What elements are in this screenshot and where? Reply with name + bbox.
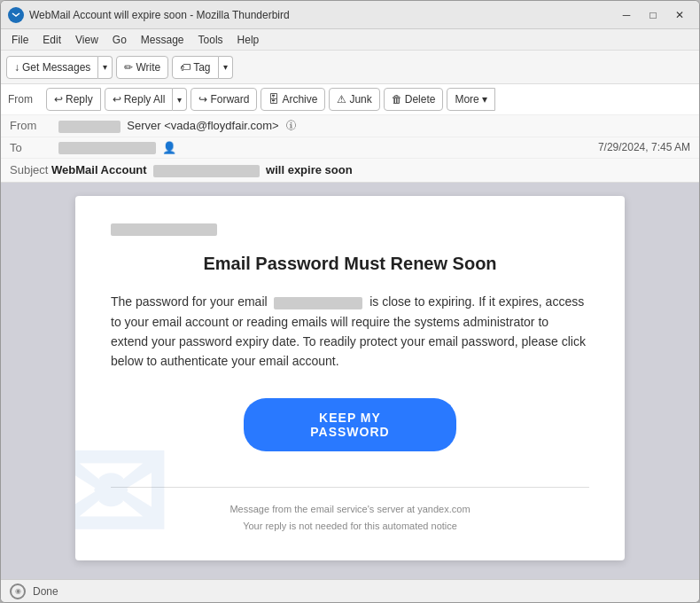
to-row: To 👤 7/29/2024, 7:45 AM	[1, 137, 699, 160]
junk-button[interactable]: ⚠ Junk	[329, 88, 379, 111]
write-button[interactable]: ✏ Write	[116, 56, 168, 79]
tag-group: 🏷 Tag ▾	[172, 56, 232, 79]
subject-prefix: WebMail Account	[51, 163, 147, 176]
main-toolbar: ↓ Get Messages ▾ ✏ Write 🏷 Tag ▾	[1, 51, 699, 84]
tag-icon: 🏷	[180, 61, 191, 74]
app-icon	[8, 7, 24, 23]
body-part1: The password for your email	[111, 294, 268, 309]
reply-icon: ↩	[54, 93, 63, 106]
get-messages-button[interactable]: ↓ Get Messages	[6, 56, 98, 79]
email-body-area: ✉ Email Password Must Renew Soon The pas…	[1, 183, 699, 579]
from-field-value: Server <vada@floydfair.com> 🛈	[58, 119, 690, 133]
reply-all-dropdown[interactable]: ▾	[173, 88, 187, 111]
menu-item-file[interactable]: File	[4, 32, 35, 48]
to-field-value: 👤	[58, 141, 598, 155]
subject-redacted	[153, 165, 260, 177]
menu-item-tools[interactable]: Tools	[191, 32, 230, 48]
maximize-button[interactable]: □	[641, 5, 665, 25]
forward-icon: ↪	[198, 93, 207, 106]
window-title: WebMail Account will expire soon - Mozil…	[29, 9, 614, 21]
titlebar: WebMail Account will expire soon - Mozil…	[1, 1, 699, 29]
delete-button[interactable]: 🗑 Delete	[384, 88, 444, 111]
subject-field-label: Subject	[10, 163, 48, 176]
message-date: 7/29/2024, 7:45 AM	[598, 141, 690, 155]
archive-button[interactable]: 🗄 Archive	[261, 88, 325, 111]
email-heading: Email Password Must Renew Soon	[111, 254, 589, 274]
window-controls: ─ □ ✕	[614, 5, 692, 25]
subject-suffix: will expire soon	[266, 163, 353, 176]
from-field-label: From	[10, 119, 58, 133]
email-logo	[111, 223, 589, 237]
menu-item-go[interactable]: Go	[105, 32, 134, 48]
from-redacted	[58, 121, 121, 133]
from-server-text: Server <vada@floydfair.com>	[127, 119, 278, 132]
get-messages-group: ↓ Get Messages ▾	[6, 56, 113, 79]
to-redacted	[58, 142, 156, 154]
from-info-icon: 🛈	[285, 119, 297, 132]
status-icon: ◉	[10, 583, 26, 599]
subject-row: Subject WebMail Account will expire soon	[1, 159, 699, 182]
more-chevron-icon: ▾	[482, 93, 487, 106]
keep-password-button[interactable]: KEEP MY PASSWORD	[244, 398, 456, 451]
message-header: From Server <vada@floydfair.com> 🛈 To 👤 …	[1, 115, 699, 183]
reply-all-group: ↩ Reply All ▾	[105, 88, 188, 111]
from-row: From Server <vada@floydfair.com> 🛈	[1, 115, 699, 137]
svg-point-0	[12, 11, 20, 20]
email-content-card: ✉ Email Password Must Renew Soon The pas…	[75, 196, 625, 561]
delete-icon: 🗑	[392, 93, 402, 106]
more-button[interactable]: More ▾	[447, 88, 494, 111]
email-footer: Message from the email service's server …	[111, 487, 589, 534]
forward-button[interactable]: ↪ Forward	[191, 88, 257, 111]
pencil-icon: ✏	[124, 61, 133, 74]
get-messages-icon: ↓	[14, 61, 19, 74]
reply-button[interactable]: ↩ Reply	[46, 88, 101, 111]
subject-text: WebMail Account will expire soon	[51, 163, 353, 176]
close-button[interactable]: ✕	[667, 5, 692, 25]
logo-redacted	[111, 223, 217, 236]
archive-icon: 🗄	[268, 93, 279, 106]
email-body-text: The password for your email is close to …	[111, 292, 589, 372]
menu-item-view[interactable]: View	[68, 32, 105, 48]
tag-dropdown[interactable]: ▾	[219, 56, 233, 79]
menu-item-message[interactable]: Message	[134, 32, 191, 48]
status-text: Done	[33, 585, 58, 598]
get-messages-dropdown[interactable]: ▾	[98, 56, 113, 79]
junk-icon: ⚠	[337, 93, 346, 106]
reply-all-button[interactable]: ↩ Reply All	[105, 88, 174, 111]
reply-group: ↩ Reply	[46, 88, 101, 111]
menubar: FileEditViewGoMessageToolsHelp	[1, 29, 699, 51]
footer-line2: Your reply is not needed for this automa…	[111, 518, 589, 535]
message-action-toolbar: From ↩ Reply ↩ Reply All ▾ ↪ Forward 🗄 A…	[1, 84, 699, 115]
email-redacted	[274, 297, 362, 309]
menu-item-help[interactable]: Help	[230, 32, 267, 48]
main-window: WebMail Account will expire soon - Mozil…	[0, 0, 700, 603]
statusbar: ◉ Done	[1, 579, 699, 602]
more-group: More ▾	[447, 88, 494, 111]
tag-button[interactable]: 🏷 Tag	[172, 56, 218, 79]
get-messages-label: Get Messages	[22, 61, 90, 74]
minimize-button[interactable]: ─	[614, 5, 639, 25]
reply-all-icon: ↩	[113, 93, 121, 106]
to-contact-icon: 👤	[162, 141, 176, 154]
to-field-label: To	[10, 141, 58, 155]
from-label: From	[8, 93, 39, 106]
footer-line1: Message from the email service's server …	[111, 501, 589, 518]
menu-item-edit[interactable]: Edit	[35, 32, 68, 48]
